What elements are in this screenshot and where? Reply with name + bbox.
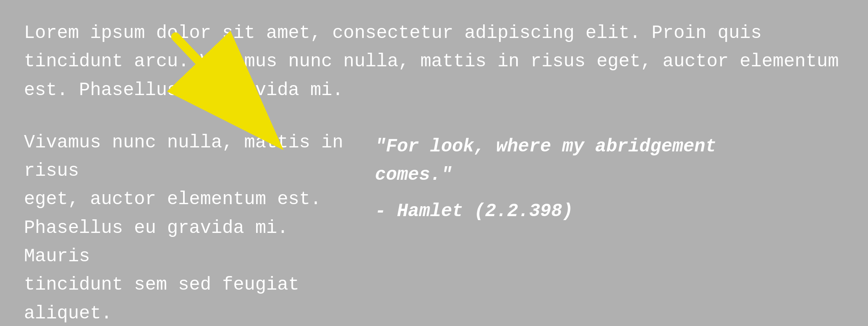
left-line2: eget, auctor elementum est. — [24, 189, 321, 210]
quote-text: "For look, where my abridgement comes." — [375, 133, 844, 190]
right-column: "For look, where my abridgement comes." … — [351, 129, 844, 326]
content-area: Lorem ipsum dolor sit amet, consectetur … — [0, 0, 868, 326]
left-line1: Vivamus nunc nulla, mattis in risus — [24, 132, 343, 181]
left-line4: tincidunt sem sed feugiat aliquet. — [24, 274, 299, 324]
left-column: Vivamus nunc nulla, mattis in risus eget… — [24, 129, 351, 326]
bottom-section: Vivamus nunc nulla, mattis in risus eget… — [24, 129, 844, 326]
top-paragraph: Lorem ipsum dolor sit amet, consectetur … — [24, 19, 844, 105]
quote-attribution: - Hamlet (2.2.398) — [375, 197, 844, 226]
left-paragraph: Vivamus nunc nulla, mattis in risus eget… — [24, 129, 351, 326]
left-line3: Phasellus eu gravida mi. Mauris — [24, 218, 288, 267]
